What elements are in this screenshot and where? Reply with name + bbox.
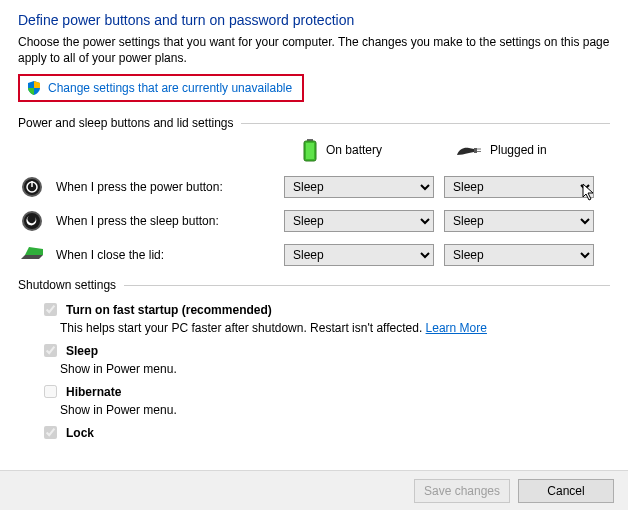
intro-text: Choose the power settings that you want … (18, 34, 610, 66)
column-headers: On battery Plugged in (18, 138, 610, 162)
sleep-button-battery-select[interactable]: Sleep (284, 210, 434, 232)
svg-rect-4 (477, 149, 481, 150)
cancel-button[interactable]: Cancel (518, 479, 614, 503)
section2-header: Shutdown settings (18, 278, 610, 292)
learn-more-link[interactable]: Learn More (426, 321, 487, 335)
battery-icon (302, 138, 318, 162)
sleep-checkbox[interactable] (44, 344, 57, 357)
svg-rect-3 (474, 148, 477, 153)
hibernate-checkbox[interactable] (44, 385, 57, 398)
svg-rect-5 (477, 151, 481, 152)
section1-header: Power and sleep buttons and lid settings (18, 116, 610, 130)
sleep-button-plugged-select[interactable]: Sleep (444, 210, 594, 232)
power-button-icon (21, 176, 43, 198)
hibernate-option: Hibernate Show in Power menu. (40, 382, 610, 417)
sleep-button-row: When I press the sleep button: Sleep Sle… (18, 210, 610, 232)
fast-startup-checkbox[interactable] (44, 303, 57, 316)
lock-option: Lock (40, 423, 610, 442)
sleep-option: Sleep Show in Power menu. (40, 341, 610, 376)
change-settings-highlight: Change settings that are currently unava… (18, 74, 304, 102)
lid-icon (19, 245, 45, 265)
power-button-plugged-select[interactable]: Sleep (444, 176, 594, 198)
lid-battery-select[interactable]: Sleep (284, 244, 434, 266)
save-button[interactable]: Save changes (414, 479, 510, 503)
plug-icon (456, 143, 482, 157)
change-settings-link[interactable]: Change settings that are currently unava… (48, 81, 292, 95)
svg-rect-2 (306, 143, 314, 159)
power-button-battery-select[interactable]: Sleep (284, 176, 434, 198)
power-button-row: When I press the power button: Sleep Sle… (18, 176, 610, 198)
page-title: Define power buttons and turn on passwor… (18, 12, 610, 28)
fast-startup-option: Turn on fast startup (recommended) This … (40, 300, 610, 335)
shield-icon (26, 80, 42, 96)
footer-bar: Save changes Cancel (0, 470, 628, 510)
sleep-button-icon (21, 210, 43, 232)
lid-plugged-select[interactable]: Sleep (444, 244, 594, 266)
lock-checkbox[interactable] (44, 426, 57, 439)
lid-close-row: When I close the lid: Sleep Sleep (18, 244, 610, 266)
